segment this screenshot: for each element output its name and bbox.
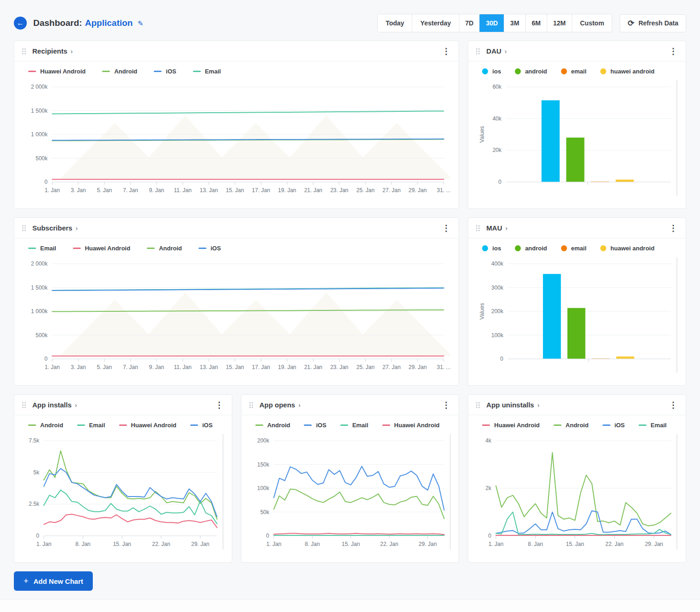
legend-item-email[interactable]: Email [639, 422, 667, 429]
bar-ios[interactable] [542, 100, 560, 182]
dashboard-page: ← Dashboard: Application ✎ Today Yesterd… [0, 0, 700, 612]
drag-handle-icon[interactable] [476, 48, 480, 55]
legend-item-huawei-android[interactable]: Huawei Android [482, 422, 539, 429]
bar-ios[interactable] [543, 274, 561, 359]
legend-marker [482, 68, 488, 74]
legend-item-android[interactable]: Android [147, 245, 182, 252]
card-header: App installs › ⋮ [14, 395, 232, 415]
kebab-menu-icon[interactable]: ⋮ [667, 223, 679, 233]
legend-item-android[interactable]: android [515, 245, 547, 252]
drag-handle-icon[interactable] [22, 48, 26, 55]
chart-title[interactable]: App installs [32, 401, 72, 409]
legend-item-email[interactable]: Email [340, 422, 368, 429]
legend-item-email[interactable]: email [561, 68, 586, 75]
legend-marker [73, 248, 81, 249]
svg-text:3. Jan: 3. Jan [71, 187, 86, 194]
legend-item-huawei-android[interactable]: Huawei Android [119, 422, 176, 429]
svg-text:8. Jan: 8. Jan [305, 541, 320, 547]
kebab-menu-icon[interactable]: ⋮ [440, 400, 452, 410]
legend-item-huawei-android[interactable]: huawei android [600, 68, 654, 75]
bar-android[interactable] [567, 308, 585, 359]
svg-text:2.5k: 2.5k [29, 501, 40, 507]
svg-text:300k: 300k [491, 285, 504, 291]
range-today[interactable]: Today [378, 14, 412, 32]
add-new-chart-button[interactable]: + Add New Chart [14, 571, 93, 591]
page-title: Dashboard: Application ✎ [33, 18, 144, 28]
svg-text:4k: 4k [486, 437, 492, 444]
legend-item-ios[interactable]: iOS [190, 422, 212, 429]
kebab-menu-icon[interactable]: ⋮ [440, 223, 452, 233]
chart-canvas: 02.5k5k7.5k1. Jan8. Jan15. Jan22. Jan29.… [23, 434, 223, 550]
kebab-menu-icon[interactable]: ⋮ [440, 46, 452, 56]
kebab-menu-icon[interactable]: ⋮ [667, 400, 679, 410]
svg-text:0: 0 [499, 179, 502, 185]
svg-text:17. Jan: 17. Jan [252, 364, 270, 370]
legend-item-email[interactable]: email [561, 245, 586, 252]
legend-item-android[interactable]: android [515, 68, 547, 75]
range-12m[interactable]: 12M [547, 14, 572, 32]
legend-item-huawei-android[interactable]: huawei android [600, 245, 654, 252]
drag-handle-icon[interactable] [22, 401, 26, 409]
legend-item-huawei-android[interactable]: Huawei Android [73, 245, 130, 252]
kebab-menu-icon[interactable]: ⋮ [213, 400, 225, 410]
legend-item-ios[interactable]: iOS [199, 245, 221, 252]
chart-title[interactable]: App opens [259, 401, 296, 409]
card-body: AndroidiOSEmailHuawei Android 050k100k15… [241, 415, 459, 562]
edit-pencil-icon[interactable]: ✎ [138, 19, 144, 27]
legend-item-android[interactable]: Android [28, 422, 63, 429]
legend-label: Android [267, 422, 290, 429]
card-app-installs: App installs › ⋮ AndroidEmailHuawei Andr… [14, 394, 232, 563]
add-chart-label: Add New Chart [34, 577, 84, 585]
chart-canvas: 0100k200k300k400kValues [477, 257, 677, 373]
back-button[interactable]: ← [14, 17, 27, 30]
legend-marker [639, 424, 646, 426]
chart-title[interactable]: DAU [486, 47, 501, 55]
legend-item-email[interactable]: Email [28, 245, 56, 252]
drag-handle-icon[interactable] [476, 401, 480, 409]
chevron-right-icon: › [298, 401, 301, 409]
bar-huawei-android[interactable] [616, 357, 634, 359]
legend-item-ios[interactable]: iOS [154, 68, 176, 75]
chart-title[interactable]: App uninstalls [486, 401, 534, 409]
range-30d[interactable]: 30D [479, 14, 504, 32]
drag-handle-icon[interactable] [22, 224, 26, 232]
range-7d[interactable]: 7D [459, 14, 480, 32]
legend-marker [515, 68, 521, 74]
drag-handle-icon[interactable] [249, 401, 253, 409]
legend-item-email[interactable]: Email [77, 422, 105, 429]
legend-item-ios[interactable]: ios [482, 68, 501, 75]
svg-text:60k: 60k [493, 84, 502, 90]
bar-huawei-android[interactable] [616, 180, 634, 182]
dashboard-name-link[interactable]: Application [85, 18, 133, 28]
legend-item-android[interactable]: Android [255, 422, 290, 429]
bar-android[interactable] [567, 138, 585, 182]
legend-item-ios[interactable]: iOS [304, 422, 326, 429]
legend-item-ios[interactable]: ios [482, 245, 501, 252]
legend-item-android[interactable]: Android [102, 68, 137, 75]
legend-item-huawei-android[interactable]: Huawei Android [28, 68, 85, 75]
svg-text:50k: 50k [260, 509, 269, 515]
kebab-menu-icon[interactable]: ⋮ [667, 46, 679, 56]
legend-marker [28, 424, 36, 426]
legend-item-huawei-android[interactable]: Huawei Android [382, 422, 440, 429]
chart-title[interactable]: Subscribers [32, 224, 72, 232]
drag-handle-icon[interactable] [476, 224, 480, 232]
svg-text:100k: 100k [257, 485, 270, 491]
chart-legend: iosandroidemailhuawei android [477, 68, 677, 75]
range-6m[interactable]: 6M [525, 14, 547, 32]
chart-title[interactable]: MAU [486, 224, 502, 232]
svg-text:7. Jan: 7. Jan [123, 187, 138, 194]
chart-title[interactable]: Recipients [32, 47, 67, 55]
range-3m[interactable]: 3M [504, 14, 525, 32]
legend-item-ios[interactable]: iOS [603, 422, 625, 429]
legend-item-android[interactable]: Android [554, 422, 589, 429]
legend-label: android [525, 68, 547, 75]
legend-label: ios [492, 68, 501, 75]
legend-item-email[interactable]: Email [193, 68, 221, 75]
legend-marker [600, 68, 606, 74]
svg-text:1 500k: 1 500k [31, 108, 48, 114]
svg-text:22. Jan: 22. Jan [152, 541, 170, 547]
refresh-data-button[interactable]: ⟳ Refresh Data [620, 14, 686, 32]
range-yesterday[interactable]: Yesterday [412, 14, 459, 32]
range-custom[interactable]: Custom [572, 14, 612, 32]
